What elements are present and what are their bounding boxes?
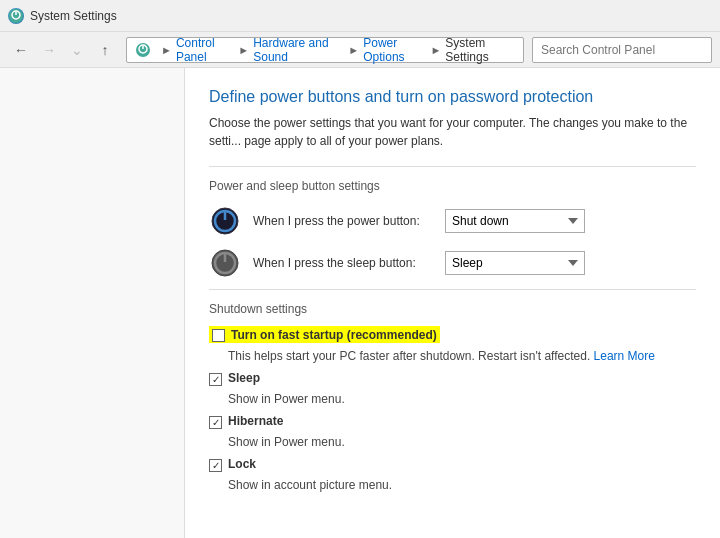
- lock-checkbox[interactable]: [209, 459, 222, 472]
- sleep-label: Sleep: [228, 371, 260, 385]
- breadcrumb: ► Control Panel ► Hardware and Sound ► P…: [126, 37, 524, 63]
- power-button-label: When I press the power button:: [253, 214, 433, 228]
- breadcrumb-hardware-sound[interactable]: Hardware and Sound: [253, 36, 344, 64]
- hibernate-checkbox-row: Hibernate: [209, 414, 696, 429]
- breadcrumb-control-panel[interactable]: Control Panel: [176, 36, 234, 64]
- divider-1: [209, 166, 696, 167]
- hibernate-desc: Show in Power menu.: [228, 435, 696, 449]
- learn-more-link[interactable]: Learn More: [594, 349, 655, 363]
- fast-startup-label: Turn on fast startup (recommended): [231, 328, 437, 342]
- power-button-row: When I press the power button: Do nothin…: [209, 205, 696, 237]
- forward-button[interactable]: →: [36, 37, 62, 63]
- power-button-dropdown[interactable]: Do nothing Sleep Hibernate Shut down Tur…: [445, 209, 585, 233]
- breadcrumb-power-options[interactable]: Power Options: [363, 36, 426, 64]
- breadcrumb-sep-3: ►: [348, 44, 359, 56]
- sleep-desc: Show in Power menu.: [228, 392, 696, 406]
- fast-startup-checkbox[interactable]: [212, 329, 225, 342]
- sidebar: [0, 68, 185, 538]
- nav-bar: ← → ⌄ ↑ ► Control Panel ► Hardware and S…: [0, 32, 720, 68]
- fast-startup-desc: This helps start your PC faster after sh…: [228, 349, 696, 363]
- page-title: Define power buttons and turn on passwor…: [209, 88, 696, 106]
- lock-desc: Show in account picture menu.: [228, 478, 696, 492]
- title-bar: System Settings: [0, 0, 720, 32]
- sleep-button-row: When I press the sleep button: Do nothin…: [209, 247, 696, 279]
- power-button-icon: [209, 205, 241, 237]
- search-input[interactable]: [532, 37, 712, 63]
- content-area: Define power buttons and turn on passwor…: [185, 68, 720, 538]
- breadcrumb-current: System Settings: [445, 36, 515, 64]
- back-button[interactable]: ←: [8, 37, 34, 63]
- lock-checkbox-row: Lock: [209, 457, 696, 472]
- sleep-checkbox[interactable]: [209, 373, 222, 386]
- down-button[interactable]: ⌄: [64, 37, 90, 63]
- divider-2: [209, 289, 696, 290]
- breadcrumb-sep-1: ►: [161, 44, 172, 56]
- sleep-button-dropdown[interactable]: Do nothing Sleep Hibernate Shut down: [445, 251, 585, 275]
- lock-label: Lock: [228, 457, 256, 471]
- sleep-button-label: When I press the sleep button:: [253, 256, 433, 270]
- breadcrumb-sep-4: ►: [430, 44, 441, 56]
- power-icon-svg: [210, 206, 240, 236]
- fast-startup-row: Turn on fast startup (recommended): [209, 326, 696, 343]
- shutdown-header: Shutdown settings: [209, 302, 696, 316]
- title-bar-text: System Settings: [30, 9, 117, 23]
- page-description: Choose the power settings that you want …: [209, 114, 696, 150]
- shutdown-section: Shutdown settings Turn on fast startup (…: [209, 302, 696, 492]
- sleep-button-icon: [209, 247, 241, 279]
- up-button[interactable]: ↑: [92, 37, 118, 63]
- sleep-checkbox-row: Sleep: [209, 371, 696, 386]
- power-sleep-header: Power and sleep button settings: [209, 179, 696, 193]
- main-container: Define power buttons and turn on passwor…: [0, 68, 720, 538]
- app-icon: [8, 8, 24, 24]
- hibernate-checkbox[interactable]: [209, 416, 222, 429]
- sleep-icon-svg: [210, 248, 240, 278]
- breadcrumb-sep-2: ►: [238, 44, 249, 56]
- hibernate-label: Hibernate: [228, 414, 283, 428]
- breadcrumb-icon: [135, 42, 151, 58]
